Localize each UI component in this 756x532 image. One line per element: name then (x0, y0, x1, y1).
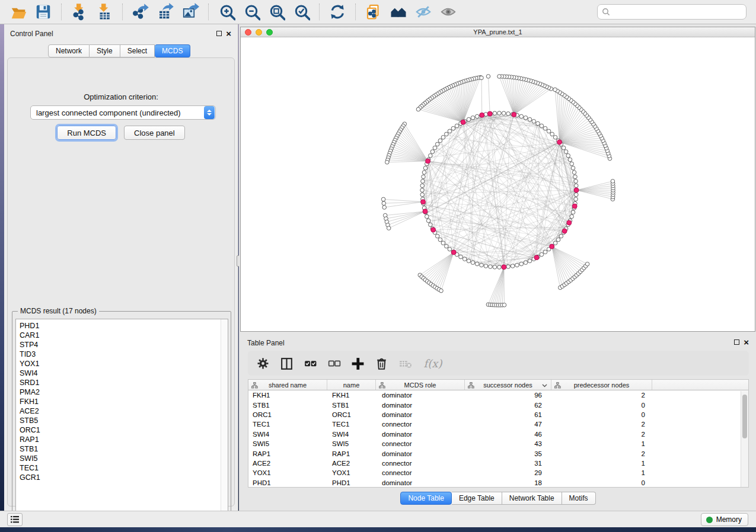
table-row[interactable]: TEC1TEC1connector472 (248, 419, 748, 429)
dropdown-stepper-icon (204, 106, 215, 119)
open-file-button[interactable] (6, 2, 31, 22)
mcds-result-node[interactable]: SWI4 (16, 368, 228, 378)
mcds-result-node[interactable]: ACE2 (16, 406, 228, 416)
tab-select[interactable]: Select (120, 44, 155, 57)
close-table-panel-icon[interactable]: × (744, 339, 749, 345)
column-label: successor nodes (483, 382, 532, 389)
tab-style[interactable]: Style (90, 44, 120, 57)
table-row[interactable]: ORC1ORC1dominator610 (248, 410, 748, 419)
network-window-titlebar[interactable]: YPA_prune.txt_1 (241, 27, 755, 37)
memory-button[interactable]: Memory (701, 513, 748, 526)
table-row[interactable]: YOX1YOX1connector291 (248, 468, 748, 477)
import-table-button[interactable] (92, 2, 117, 22)
tab-motifs[interactable]: Motifs (562, 492, 596, 505)
mcds-result-node[interactable]: GCR1 (16, 473, 228, 482)
export-image-icon (181, 3, 199, 21)
mcds-result-node[interactable]: ORC1 (16, 425, 228, 435)
mcds-result-node[interactable]: STB5 (16, 416, 228, 425)
table-row[interactable]: RAP1RAP1dominator352 (248, 448, 748, 458)
cell: RAP1 (327, 450, 376, 457)
task-history-button[interactable] (7, 513, 23, 526)
search-input[interactable] (610, 6, 746, 18)
mcds-result-title: MCDS result (17 nodes) (18, 307, 99, 315)
mcds-result-node[interactable]: STB1 (16, 444, 228, 454)
criterion-dropdown[interactable]: largest connected component (undirected) (30, 105, 216, 120)
zoom-selected-button[interactable] (289, 2, 314, 22)
mcds-result-node[interactable]: YOX1 (16, 359, 228, 368)
float-table-panel-icon[interactable] (734, 339, 739, 345)
run-mcds-button[interactable]: Run MCDS (57, 126, 116, 140)
delete-table-icon (398, 356, 413, 371)
mcds-result-node[interactable]: TID3 (16, 350, 228, 359)
hide-details-button[interactable] (411, 2, 436, 22)
tab-network[interactable]: Network (48, 44, 90, 57)
export-table-button[interactable] (153, 2, 178, 22)
column-header-shared-name[interactable]: shared name (248, 380, 327, 390)
mcds-result-node[interactable]: SWI5 (16, 454, 228, 463)
add-column-button[interactable] (350, 355, 365, 371)
clone-network-button[interactable] (361, 2, 386, 22)
zoom-fit-button[interactable] (264, 2, 289, 22)
refresh-button[interactable] (325, 2, 350, 22)
search-box[interactable] (597, 4, 747, 20)
save-session-button[interactable] (31, 2, 56, 22)
shared-column-icon (379, 382, 385, 389)
column-header-MCDS-role[interactable]: MCDS role (376, 380, 465, 390)
mcds-result-node[interactable]: PHD1 (16, 321, 228, 331)
float-panel-icon[interactable] (216, 31, 222, 36)
export-image-button[interactable] (178, 2, 203, 22)
list-icon (11, 516, 19, 523)
mcds-result-node[interactable]: FKH1 (16, 397, 228, 406)
table-row[interactable]: PHD1PHD1dominator180 (248, 478, 748, 488)
mcds-result-node[interactable]: SRD1 (16, 378, 228, 387)
deselect-all-button[interactable] (326, 355, 342, 371)
cell: RAP1 (248, 450, 327, 457)
table-row[interactable]: SWI4SWI4dominator462 (248, 430, 748, 439)
column-visibility-button[interactable] (279, 355, 294, 371)
tab-node-table[interactable]: Node Table (400, 492, 452, 505)
mcds-result-node[interactable]: PMA2 (16, 387, 228, 397)
control-panel-tabs: NetworkStyleSelectMCDS (48, 44, 190, 57)
network-canvas[interactable] (241, 37, 755, 331)
table-scrollbar-thumb[interactable] (742, 395, 747, 438)
cell: ACE2 (248, 460, 327, 467)
column-label: MCDS role (404, 382, 436, 389)
tab-network-table[interactable]: Network Table (502, 492, 562, 505)
table-row[interactable]: FKH1FKH1dominator962 (248, 390, 748, 400)
table-toolbar: f(x) (248, 351, 749, 376)
settings-gear-icon (256, 356, 270, 371)
table-row[interactable]: ACE2ACE2connector311 (248, 459, 748, 468)
result-scrollbar[interactable] (221, 319, 228, 527)
houses-button[interactable] (386, 2, 411, 22)
table-row[interactable]: SWI5SWI5connector431 (248, 439, 748, 448)
delete-table-button[interactable] (397, 355, 413, 371)
tab-mcds[interactable]: MCDS (155, 44, 190, 57)
mcds-result-node[interactable]: TEC1 (16, 463, 228, 473)
column-header-name[interactable]: name (327, 380, 376, 390)
mcds-result-node[interactable]: RAP1 (16, 435, 228, 444)
import-network-button[interactable] (67, 2, 92, 22)
toolbar-separator (61, 4, 62, 20)
mcds-result-node[interactable]: STP4 (16, 340, 228, 350)
column-header-successor-nodes[interactable]: successor nodes (465, 380, 551, 390)
table-row[interactable]: STB1STB1dominator620 (248, 400, 748, 409)
zoom-out-button[interactable] (239, 2, 264, 22)
cell: connector (376, 440, 465, 447)
delete-column-button[interactable] (374, 355, 389, 371)
column-header-predecessor-nodes[interactable]: predecessor nodes (551, 380, 652, 390)
close-panel-button[interactable]: Close panel (124, 126, 185, 140)
tab-edge-table[interactable]: Edge Table (452, 492, 502, 505)
settings-gear-button[interactable] (255, 355, 270, 371)
close-panel-icon[interactable]: × (226, 31, 231, 36)
table-scrollbar[interactable] (741, 391, 748, 487)
select-all-button[interactable] (302, 355, 318, 371)
toolbar-separator (355, 4, 356, 20)
cell: 61 (465, 411, 551, 418)
show-details-button[interactable] (436, 2, 461, 22)
zoom-in-button[interactable] (214, 2, 239, 22)
function-builder-button[interactable]: f(x) (421, 355, 445, 371)
mcds-result-node[interactable]: CAR1 (16, 331, 228, 340)
mcds-result-list[interactable]: PHD1CAR1STP4TID3YOX1SWI4SRD1PMA2FKH1ACE2… (15, 319, 228, 528)
open-file-icon (9, 3, 27, 21)
export-network-button[interactable] (128, 2, 153, 22)
